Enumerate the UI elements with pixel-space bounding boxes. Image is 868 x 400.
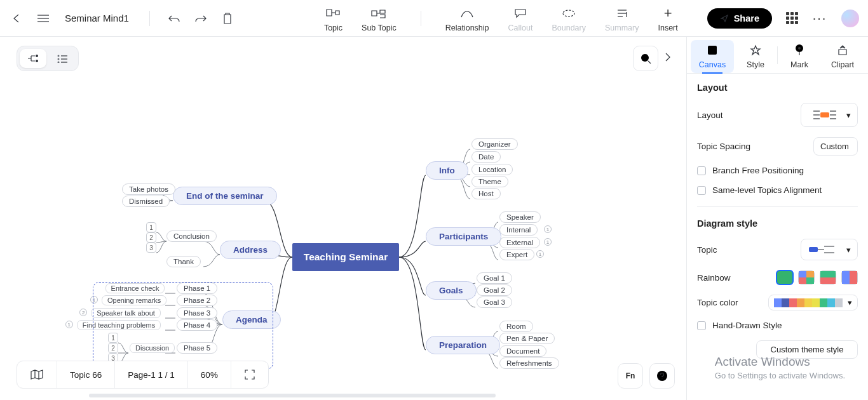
status-topic-count: Topic 66 <box>57 361 115 388</box>
leaf[interactable]: Location <box>471 164 513 175</box>
rainbow-opt-3[interactable] <box>820 270 836 284</box>
properties-panel: Canvas Style Mark Clipart Layout Layout <box>686 37 868 400</box>
chip[interactable]: 3 <box>146 243 156 253</box>
leaf[interactable]: Goal 3 <box>477 297 512 308</box>
tool-insert[interactable]: + Insert <box>658 4 677 32</box>
share-button[interactable]: Share <box>707 8 772 29</box>
clipboard-icon[interactable] <box>220 11 235 26</box>
svg-rect-23 <box>710 48 715 53</box>
tool-subtopic-label: Sub Topic <box>362 24 397 32</box>
status-map-icon[interactable] <box>17 361 57 388</box>
tool-callout: Callout <box>508 4 533 32</box>
tab-canvas[interactable]: Canvas <box>691 40 734 73</box>
leaf[interactable]: Theme <box>471 176 508 187</box>
chevron-down-icon: ▾ <box>848 298 852 307</box>
tool-topic-label: Topic <box>324 24 342 32</box>
leaf[interactable]: Internal <box>499 224 538 236</box>
leaf[interactable]: Goal 1 <box>477 272 512 284</box>
tool-summary: Summary <box>605 4 639 32</box>
status-help[interactable] <box>649 363 675 389</box>
menu-icon[interactable] <box>36 11 51 26</box>
horizontal-scrollbar[interactable] <box>89 394 496 397</box>
tool-topic[interactable]: Topic <box>324 4 342 32</box>
leaf[interactable]: Goal 2 <box>477 284 512 296</box>
document-title[interactable]: Seminar Mind1 <box>65 13 129 23</box>
leaf[interactable]: Organizer <box>471 138 518 150</box>
branch-goals[interactable]: Goals <box>426 281 477 300</box>
tool-subtopic[interactable]: Sub Topic <box>362 4 397 32</box>
leaf[interactable]: Conclusion <box>166 230 217 242</box>
leaf[interactable]: Pen & Paper <box>499 333 555 344</box>
svg-rect-30 <box>820 112 829 117</box>
leaf[interactable]: Dismissed <box>122 196 170 207</box>
cb-branch-free[interactable]: Branch Free Positioning <box>697 166 858 175</box>
layout-label: Layout <box>697 110 723 120</box>
spacing-picker[interactable]: Custom <box>813 137 858 156</box>
agenda-boundary[interactable] <box>93 282 273 370</box>
back-icon[interactable] <box>9 11 24 26</box>
badge: 1 <box>65 321 73 328</box>
status-bar: Topic 66 Page-1 1 / 1 60% <box>17 361 269 389</box>
apps-icon[interactable] <box>786 12 798 24</box>
status-fullscreen[interactable] <box>231 361 268 388</box>
svg-rect-34 <box>809 247 818 252</box>
status-fn[interactable]: Fn <box>618 363 643 389</box>
redo-icon[interactable] <box>193 11 208 26</box>
topic-color-label: Topic color <box>697 298 738 307</box>
rainbow-opt-2[interactable] <box>798 270 815 284</box>
leaf[interactable]: Take photos <box>122 183 175 195</box>
rainbow-opt-1[interactable] <box>776 270 793 284</box>
tool-boundary: Boundary <box>552 4 586 32</box>
layout-heading: Layout <box>697 83 858 93</box>
badge: 1 <box>544 238 552 246</box>
branch-preparation[interactable]: Preparation <box>426 336 500 354</box>
tool-summary-label: Summary <box>605 24 639 32</box>
leaf[interactable]: Host <box>471 188 501 199</box>
tool-insert-label: Insert <box>658 24 677 32</box>
leaf[interactable]: Room <box>499 321 533 332</box>
leaf[interactable]: Thank <box>166 256 201 267</box>
badge: 1 <box>544 225 552 233</box>
chip[interactable]: 1 <box>146 222 156 232</box>
leaf[interactable]: Speaker <box>499 211 541 223</box>
leaf[interactable]: Expert <box>499 249 534 260</box>
branch-info[interactable]: Info <box>426 161 468 180</box>
leaf[interactable]: Date <box>471 151 501 163</box>
tab-mark[interactable]: Mark <box>778 39 821 73</box>
status-page[interactable]: Page-1 1 / 1 <box>115 361 188 388</box>
rainbow-label: Rainbow <box>697 273 731 283</box>
topbar: Seminar Mind1 Topic Sub Topic Relationsh… <box>0 0 868 37</box>
leaf[interactable]: External <box>499 237 540 248</box>
rainbow-opt-4[interactable] <box>841 270 858 284</box>
cb-same-level[interactable]: Same-level Topics Alignment <box>697 185 858 195</box>
custom-theme-button[interactable]: Custom theme style <box>756 340 858 359</box>
status-zoom[interactable]: 60% <box>188 361 231 388</box>
rainbow-swatches <box>776 270 858 284</box>
tab-style[interactable]: Style <box>734 40 777 73</box>
badge: 2 <box>79 309 87 316</box>
topic-style-label: Topic <box>697 245 717 255</box>
branch-end-of-the-seminar[interactable]: End of the seminar <box>173 187 277 205</box>
cb-hand-drawn[interactable]: Hand-Drawn Style <box>697 321 858 330</box>
diagram-heading: Diagram style <box>697 218 858 229</box>
tool-relationship[interactable]: Relationship <box>445 4 489 32</box>
branch-participants[interactable]: Participants <box>426 227 501 246</box>
topic-color-picker[interactable]: ▾ <box>768 295 858 310</box>
root-topic[interactable]: Teaching Seminar <box>292 243 399 271</box>
mindmap: Teaching Seminar InfoOrganizerDateLocati… <box>0 37 686 400</box>
leaf[interactable]: Document <box>499 345 546 357</box>
more-icon[interactable]: ··· <box>812 11 827 26</box>
chip[interactable]: 2 <box>146 232 156 243</box>
chevron-down-icon: ▾ <box>846 245 851 255</box>
leaf[interactable]: Refreshments <box>499 357 559 369</box>
svg-point-25 <box>798 47 801 50</box>
layout-picker[interactable]: ▾ <box>801 103 858 127</box>
undo-icon[interactable] <box>166 11 182 26</box>
avatar[interactable] <box>841 10 859 27</box>
topic-style-picker[interactable]: ▾ <box>801 239 858 260</box>
canvas[interactable]: Teaching Seminar InfoOrganizerDateLocati… <box>0 37 686 400</box>
share-label: Share <box>734 13 759 23</box>
branch-address[interactable]: Address <box>220 241 281 259</box>
tool-boundary-label: Boundary <box>552 24 586 32</box>
tab-clipart[interactable]: Clipart <box>821 40 864 73</box>
